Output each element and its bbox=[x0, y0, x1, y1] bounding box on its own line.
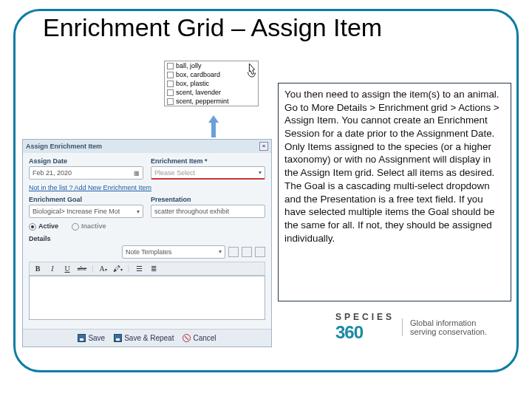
checkbox-icon[interactable] bbox=[167, 81, 174, 87]
close-icon[interactable]: × bbox=[259, 142, 268, 151]
checkbox-icon[interactable] bbox=[167, 72, 174, 78]
logo-brand: SPECIES bbox=[335, 312, 395, 322]
species360-logo: SPECIES 360 Global information serving c… bbox=[335, 312, 487, 343]
bullet-list-button[interactable]: ☰ bbox=[134, 265, 144, 273]
logo-number: 360 bbox=[335, 322, 395, 343]
assign-date-field[interactable]: Feb 21, 2020 ▦ bbox=[29, 166, 143, 180]
assign-date-label: Assign Date bbox=[29, 157, 143, 165]
radio-inactive[interactable]: Inactive bbox=[72, 222, 106, 231]
enrichment-item-label: Enrichment Item * bbox=[151, 157, 265, 165]
list-item[interactable]: scent, peppermint bbox=[165, 97, 258, 106]
instruction-text-box: You then need to assign the item(s) to a… bbox=[278, 83, 511, 301]
template-save-icon[interactable] bbox=[242, 247, 252, 257]
calendar-icon[interactable]: ▦ bbox=[134, 170, 140, 177]
rte-toolbar: B I U abc | A▾ 🖍▾ | ☰ ≣ bbox=[29, 262, 265, 276]
list-item[interactable]: scent, lavender bbox=[165, 88, 258, 97]
enrichment-item-placeholder: Please Select bbox=[154, 169, 195, 177]
pointer-cursor-icon bbox=[245, 62, 259, 78]
dialog-titlebar: Assign Enrichment Item × bbox=[23, 140, 271, 153]
italic-button[interactable]: I bbox=[47, 265, 58, 273]
presentation-value: scatter throughout exhibit bbox=[154, 208, 229, 215]
assign-date-value: Feb 21, 2020 bbox=[33, 169, 72, 177]
chevron-down-icon[interactable]: ▾ bbox=[137, 208, 140, 215]
strike-button[interactable]: abc bbox=[77, 265, 87, 272]
assign-enrichment-dialog: Assign Enrichment Item × Assign Date Feb… bbox=[22, 139, 272, 347]
save-icon bbox=[114, 334, 122, 342]
option-label: box, plastic bbox=[176, 80, 209, 87]
font-color-button[interactable]: A▾ bbox=[98, 265, 109, 273]
save-icon bbox=[78, 334, 86, 342]
option-label: scent, peppermint bbox=[176, 98, 229, 105]
dialog-title: Assign Enrichment Item bbox=[26, 143, 102, 150]
list-item[interactable]: box, cardboard bbox=[165, 70, 258, 79]
option-label: scent, lavender bbox=[176, 89, 221, 96]
presentation-label: Presentation bbox=[151, 196, 265, 203]
save-button[interactable]: Save bbox=[78, 334, 105, 342]
bold-button[interactable]: B bbox=[33, 265, 43, 273]
save-repeat-button[interactable]: Save & Repeat bbox=[114, 334, 174, 342]
note-templates-select[interactable]: Note Templates ▾ bbox=[122, 245, 225, 259]
list-item[interactable]: box, plastic bbox=[165, 79, 258, 88]
checkbox-icon[interactable] bbox=[167, 63, 174, 69]
details-header: Details bbox=[29, 235, 265, 242]
template-delete-icon[interactable] bbox=[255, 247, 265, 257]
dialog-footer: Save Save & Repeat Cancel bbox=[23, 329, 271, 347]
enrichment-item-select[interactable]: Please Select ▾ bbox=[151, 166, 265, 180]
cancel-button[interactable]: Cancel bbox=[183, 334, 216, 342]
chevron-down-icon[interactable]: ▾ bbox=[259, 169, 262, 176]
arrow-up-icon bbox=[208, 115, 219, 137]
goal-value: Biological> Increase Fine Mot bbox=[33, 208, 120, 215]
number-list-button[interactable]: ≣ bbox=[149, 265, 159, 273]
highlight-button[interactable]: 🖍▾ bbox=[113, 265, 123, 273]
enrichment-item-options-popup: ball, jolly box, cardboard box, plastic … bbox=[164, 61, 259, 106]
list-item[interactable]: ball, jolly bbox=[165, 61, 258, 70]
option-label: ball, jolly bbox=[176, 62, 202, 69]
checkbox-icon[interactable] bbox=[167, 89, 174, 96]
underline-button[interactable]: U bbox=[62, 265, 72, 273]
page-title: Enrichment Grid – Assign Item bbox=[35, 13, 389, 42]
goal-select[interactable]: Biological> Increase Fine Mot ▾ bbox=[29, 205, 143, 218]
radio-icon bbox=[72, 223, 79, 231]
logo-tagline2: serving conservation. bbox=[410, 327, 487, 336]
add-new-item-link[interactable]: Not in the list ? Add New Enrichment Ite… bbox=[29, 184, 151, 191]
radio-icon bbox=[29, 223, 36, 231]
chevron-down-icon[interactable]: ▾ bbox=[219, 248, 222, 255]
checkbox-icon[interactable] bbox=[167, 98, 174, 105]
presentation-input[interactable]: scatter throughout exhibit bbox=[151, 205, 265, 218]
details-textarea[interactable] bbox=[29, 276, 265, 320]
template-apply-icon[interactable] bbox=[228, 247, 239, 257]
cancel-icon bbox=[183, 334, 191, 342]
radio-active[interactable]: Active bbox=[29, 222, 58, 231]
note-templates-label: Note Templates bbox=[126, 248, 171, 256]
option-label: box, cardboard bbox=[176, 71, 220, 78]
goal-label: Enrichment Goal bbox=[29, 196, 143, 203]
logo-tagline1: Global information bbox=[410, 318, 487, 327]
